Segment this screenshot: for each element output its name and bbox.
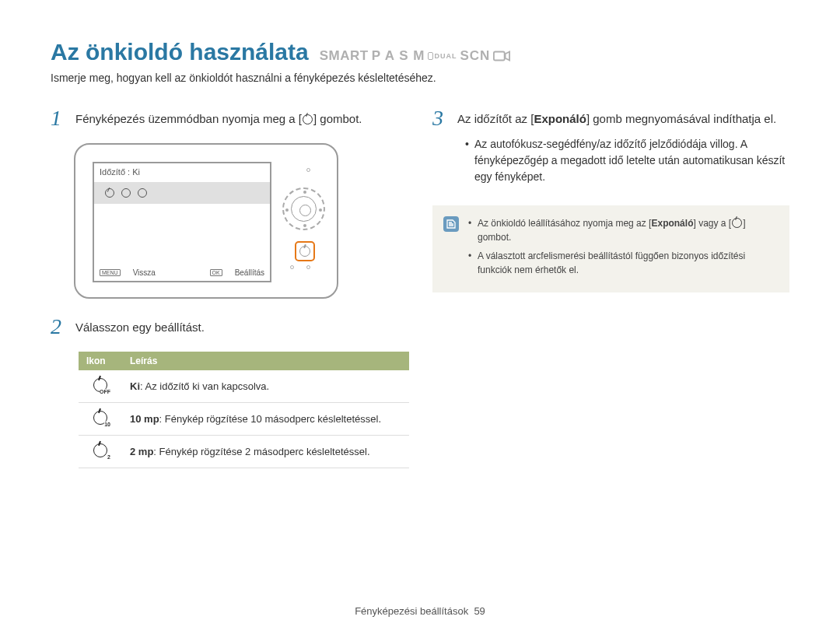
bullet-item: Az autofókusz-segédfény/az időzítő jelző…: [465, 136, 789, 185]
step-1-text: Fényképezés üzemmódban nyomja meg a [] g…: [75, 107, 362, 129]
th-icon: Ikon: [79, 352, 122, 370]
table-header-row: Ikon Leírás: [79, 352, 409, 370]
content-columns: 1 Fényképezés üzemmódban nyomja meg a []…: [51, 107, 789, 468]
footer-section: Fényképezési beállítások: [355, 605, 468, 617]
table-row: 2 2 mp: Fénykép rögzítése 2 másodperc ké…: [79, 436, 409, 468]
movie-icon: [493, 51, 510, 61]
step-number-2: 2: [51, 316, 66, 338]
hole-1: [306, 168, 310, 172]
step-number-1: 1: [51, 107, 66, 129]
step-3-bullets: Az autofókusz-segédfény/az időzítő jelző…: [465, 136, 789, 185]
mode-dual-icon: DUAL: [428, 52, 457, 60]
mode-scn: SCN: [460, 48, 490, 64]
timer-icon: [732, 218, 742, 228]
lcd-bottom-bar: MENU Vissza OK Beállítás: [100, 268, 264, 277]
footer-page-number: 59: [474, 605, 485, 617]
svg-rect-0: [494, 52, 505, 61]
timer-10-icon: [121, 188, 131, 198]
lcd-screen: Időzítő : Ki MENU Vissza OK Beállítás: [93, 162, 271, 282]
note-list: Az önkioldó leállításához nyomja meg az …: [468, 216, 779, 282]
page-title: Az önkioldó használata: [51, 39, 309, 65]
menu-badge: MENU: [100, 269, 121, 276]
timer-10-icon: 10: [93, 411, 107, 425]
lcd-back-label: Vissza: [133, 268, 156, 277]
note-item: Az önkioldó leállításához nyomja meg az …: [468, 216, 779, 244]
step-2-text: Válasszon egy beállítást.: [75, 316, 205, 338]
timer-off-icon: [105, 188, 114, 198]
lcd-option-strip: [94, 182, 270, 204]
step-1: 1 Fényképezés üzemmódban nyomja meg a []…: [51, 107, 409, 129]
note-item: A választott arcfelismerési beállítástól…: [468, 249, 779, 277]
timer-2-icon: [138, 188, 147, 198]
step-3-text: Az időzítőt az [Exponáló] gomb megnyomás…: [457, 107, 789, 188]
table-row: OFF Ki: Az időzítő ki van kapcsolva.: [79, 370, 409, 403]
title-row: Az önkioldó használata SMART P A S M DUA…: [51, 39, 789, 65]
timer-button-highlight: [295, 241, 315, 261]
options-table: Ikon Leírás OFF Ki: Az időzítő ki van ka…: [79, 352, 409, 468]
timer-2-icon: 2: [93, 443, 107, 457]
th-desc: Leírás: [122, 352, 409, 370]
page-subtitle: Ismerje meg, hogyan kell az önkioldót ha…: [51, 72, 789, 84]
note-box: Az önkioldó leállításához nyomja meg az …: [432, 205, 789, 292]
step-number-3: 3: [432, 107, 448, 188]
hole-2: [290, 265, 294, 269]
camera-diagram: Időzítő : Ki MENU Vissza OK Beállítás: [74, 143, 409, 299]
lcd-title: Időzítő : Ki: [94, 163, 270, 180]
timer-icon: [303, 114, 313, 124]
right-column: 3 Az időzítőt az [Exponáló] gomb megnyom…: [432, 107, 789, 468]
page-footer: Fényképezési beállítások 59: [0, 605, 840, 617]
table-row: 10 10 mp: Fénykép rögzítése 10 másodperc…: [79, 403, 409, 436]
hole-3: [306, 265, 310, 269]
step-2: 2 Válasszon egy beállítást.: [51, 316, 409, 338]
timer-off-icon: OFF: [93, 378, 107, 392]
note-icon: [443, 216, 459, 232]
step-3: 3 Az időzítőt az [Exponáló] gomb megnyom…: [432, 107, 789, 188]
lcd-set-label: Beállítás: [235, 268, 264, 277]
mode-letters: P A S M: [372, 48, 425, 64]
left-column: 1 Fényképezés üzemmódban nyomja meg a []…: [51, 107, 409, 468]
mode-smart: SMART: [320, 48, 369, 64]
mode-row: SMART P A S M DUAL SCN: [320, 48, 511, 64]
nav-wheel: [282, 187, 325, 230]
ok-badge: OK: [210, 269, 222, 276]
